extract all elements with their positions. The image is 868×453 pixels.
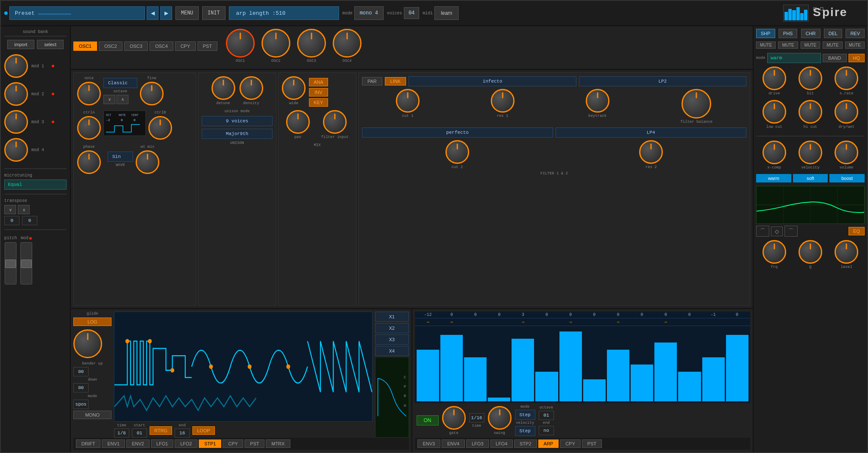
keytrack-knob[interactable] [586, 89, 609, 113]
osc3-tab[interactable]: OSC3 [124, 41, 148, 51]
osc1-master-knob[interactable] [226, 29, 255, 58]
osc3-master-knob[interactable] [297, 29, 326, 58]
lfo4-tab[interactable]: LFO4 [490, 439, 513, 448]
env1-tab[interactable]: ENV1 [102, 439, 125, 448]
arp-pst-tab[interactable]: PST [582, 439, 602, 448]
eq-btn[interactable]: EQ [849, 227, 865, 235]
pitch-slider-thumb[interactable] [5, 260, 16, 268]
mod-3-knob[interactable] [4, 110, 28, 134]
osc2-master-knob[interactable] [262, 29, 290, 58]
osc2-tab[interactable]: OSC2 [99, 41, 122, 51]
volume-knob[interactable] [835, 141, 858, 164]
soft-btn[interactable]: soft [793, 174, 828, 182]
band-btn[interactable]: BAND [823, 54, 847, 62]
ana-btn[interactable]: ANA [309, 78, 328, 86]
ctrla-knob[interactable] [77, 116, 101, 140]
transpose-down-btn[interactable]: ∨ [4, 205, 16, 214]
ctrlb-knob[interactable] [148, 116, 172, 140]
env3-tab[interactable]: ENV3 [417, 439, 441, 448]
xcomp-knob[interactable] [762, 141, 786, 164]
gate-knob[interactable] [442, 406, 466, 430]
frq-knob[interactable] [762, 240, 786, 264]
stp2-tab[interactable]: STP2 [514, 439, 537, 448]
shp-btn[interactable]: SHP [756, 29, 775, 38]
inv-btn[interactable]: INV [309, 88, 328, 97]
filter-input-knob[interactable] [323, 110, 347, 134]
x1-btn[interactable]: X1 [375, 312, 409, 322]
chr-btn[interactable]: CHR [801, 29, 821, 38]
env2-tab[interactable]: ENV2 [126, 439, 150, 448]
learn-btn[interactable]: learn [434, 6, 459, 20]
par-btn[interactable]: PAR [362, 77, 382, 86]
shape-btn-2[interactable]: ⌒ [785, 226, 798, 237]
phase-knob[interactable] [77, 150, 101, 174]
arp-on-btn[interactable]: ON [417, 415, 439, 425]
select-btn[interactable]: select [37, 40, 64, 49]
hq-btn[interactable]: HQ [849, 54, 865, 62]
rev-btn[interactable]: REV [846, 29, 865, 38]
lfo1-tab[interactable]: LFO1 [151, 439, 174, 448]
preset-next-btn[interactable]: ▶ [160, 6, 172, 20]
octave-down-btn[interactable]: ∨ [103, 95, 115, 104]
mod-4-knob[interactable] [4, 138, 28, 162]
cut2-knob[interactable] [445, 140, 469, 164]
wide-knob[interactable] [282, 76, 306, 100]
mute-del[interactable]: MUTE [823, 41, 842, 49]
q-knob[interactable] [798, 240, 822, 264]
phs-btn[interactable]: PHS [779, 29, 798, 38]
filter-balance-knob[interactable] [682, 89, 711, 119]
preset-prev-btn[interactable]: ◀ [147, 6, 159, 20]
velocity-knob[interactable] [798, 141, 822, 164]
mute-phs[interactable]: MUTE [778, 41, 798, 49]
init-btn[interactable]: INIT [202, 6, 225, 20]
srate-knob[interactable] [835, 66, 858, 90]
res1-knob[interactable] [491, 89, 515, 113]
hicut-knob[interactable] [798, 100, 822, 124]
drywet-knob[interactable] [835, 100, 858, 124]
env-cpy-tab[interactable]: CPY [223, 439, 243, 448]
mod-2-knob[interactable] [4, 82, 28, 106]
pan-knob[interactable] [286, 110, 310, 134]
mute-chr[interactable]: MUTE [801, 41, 820, 49]
osc4-master-knob[interactable] [333, 29, 362, 58]
rtrg-btn[interactable]: RTRG [150, 426, 172, 435]
mod-1-knob[interactable] [4, 54, 28, 78]
fine-knob[interactable] [140, 82, 164, 105]
swing-knob[interactable] [488, 406, 512, 430]
osc1-tab[interactable]: OSC1 [73, 41, 97, 51]
mono-btn[interactable]: MONO [73, 411, 111, 419]
x3-btn[interactable]: X3 [375, 334, 409, 345]
cut1-knob[interactable] [396, 89, 420, 113]
osc-copy-btn[interactable]: CPY [175, 41, 196, 51]
boost-btn[interactable]: boost [829, 174, 865, 182]
shape-btn-0[interactable]: ⌒ [756, 226, 769, 237]
del-btn[interactable]: DEL [824, 29, 842, 38]
mtrx-tab[interactable]: MTRX [266, 439, 290, 448]
detune-knob[interactable] [211, 76, 235, 100]
mute-shp[interactable]: MUTE [756, 41, 776, 49]
shape-btn-1[interactable]: ◇ [771, 226, 783, 236]
arp-tab[interactable]: ARP [538, 439, 559, 448]
drive-knob[interactable] [762, 66, 786, 90]
x2-btn[interactable]: X2 [375, 323, 409, 333]
density-knob[interactable] [239, 76, 263, 100]
osc-pst-btn[interactable]: PST [198, 41, 217, 51]
drift-tab[interactable]: DRIFT [76, 439, 100, 448]
glide-knob[interactable] [73, 329, 102, 358]
menu-btn[interactable]: MENU [175, 6, 199, 20]
x4-btn[interactable]: X4 [375, 346, 409, 356]
import-btn[interactable]: import [7, 40, 35, 49]
arp-cpy-tab[interactable]: CPY [560, 439, 581, 448]
env4-tab[interactable]: ENV4 [442, 439, 465, 448]
wt-mix-knob[interactable] [136, 150, 159, 174]
loop-btn[interactable]: LOOP [192, 426, 215, 435]
mute-rev[interactable]: MUTE [845, 41, 865, 49]
lfo2-tab[interactable]: LFO2 [175, 439, 198, 448]
octave-up-btn[interactable]: ∧ [117, 95, 128, 104]
stp1-tab[interactable]: STP1 [199, 439, 222, 448]
lfo3-tab[interactable]: LFO3 [466, 439, 489, 448]
link-btn[interactable]: LINK [385, 77, 406, 86]
level-knob[interactable] [835, 240, 858, 264]
res2-knob[interactable] [639, 140, 663, 164]
note-knob[interactable] [77, 82, 101, 105]
